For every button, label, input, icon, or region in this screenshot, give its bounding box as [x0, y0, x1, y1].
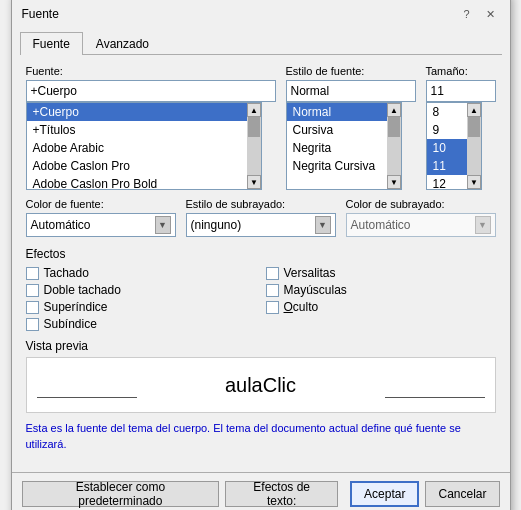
estilo-subrayado-arrow: ▼: [315, 216, 331, 234]
tamano-group: Tamaño: 8 9 10 11 12 ▲ ▼: [426, 65, 496, 190]
versalitas-checkbox[interactable]: [266, 267, 279, 280]
superindice-checkbox[interactable]: [26, 301, 39, 314]
info-text: Esta es la fuente del tema del cuerpo. E…: [26, 421, 496, 452]
color-fuente-select[interactable]: Automático ▼: [26, 213, 176, 237]
fuente-input[interactable]: [26, 80, 276, 102]
fuente-group: Fuente: +Cuerpo +Títulos Adobe Arabic Ad…: [26, 65, 276, 190]
color-fuente-group: Color de fuente: Automático ▼: [26, 198, 176, 237]
checkbox-mayusculas: Mayúsculas: [266, 283, 496, 297]
estilo-group: Estilo de fuente: Normal Cursiva Negrita…: [286, 65, 416, 190]
list-item[interactable]: Adobe Arabic: [27, 139, 261, 157]
tamano-input[interactable]: [426, 80, 496, 102]
superindice-label: Superíndice: [44, 300, 108, 314]
bottom-bar: Establecer como predeterminado Efectos d…: [12, 472, 510, 510]
estilo-subrayado-group: Estilo de subrayado: (ninguno) ▼: [186, 198, 336, 237]
color-subrayado-arrow: ▼: [475, 216, 491, 234]
color-fuente-label: Color de fuente:: [26, 198, 176, 210]
estilo-scrollbar: ▲ ▼: [387, 103, 401, 189]
mayusculas-checkbox[interactable]: [266, 284, 279, 297]
subindice-label: Subíndice: [44, 317, 97, 331]
tachado-checkbox[interactable]: [26, 267, 39, 280]
dropdowns-row: Color de fuente: Automático ▼ Estilo de …: [26, 198, 496, 237]
checkbox-subindice: Subíndice: [26, 317, 256, 331]
scroll-thumb: [388, 117, 400, 137]
preview-line-right: [385, 397, 485, 398]
close-button[interactable]: ✕: [480, 3, 502, 25]
dialog-content: Fuente: +Cuerpo +Títulos Adobe Arabic Ad…: [12, 55, 510, 472]
oculto-checkbox[interactable]: [266, 301, 279, 314]
scroll-up-button[interactable]: ▲: [247, 103, 261, 117]
estilo-input[interactable]: [286, 80, 416, 102]
scroll-track: [387, 117, 401, 175]
checkbox-versalitas: Versalitas: [266, 266, 496, 280]
color-subrayado-value: Automático: [351, 218, 411, 232]
tamano-scrollbar: ▲ ▼: [467, 103, 481, 189]
doble-tachado-checkbox[interactable]: [26, 284, 39, 297]
list-item[interactable]: Normal: [287, 103, 401, 121]
tab-bar: Fuente Avanzado: [20, 31, 502, 55]
versalitas-label: Versalitas: [284, 266, 336, 280]
checkbox-doble-tachado: Doble tachado: [26, 283, 256, 297]
help-button[interactable]: ?: [456, 3, 478, 25]
scroll-thumb: [248, 117, 260, 137]
color-subrayado-label: Color de subrayado:: [346, 198, 496, 210]
scroll-down-button[interactable]: ▼: [467, 175, 481, 189]
establecer-button[interactable]: Establecer como predeterminado: [22, 481, 220, 507]
preview-line-left: [37, 397, 137, 398]
scroll-thumb: [468, 117, 480, 137]
scroll-track: [467, 117, 481, 175]
estilo-listbox[interactable]: Normal Cursiva Negrita Negrita Cursiva ▲…: [286, 102, 402, 190]
fields-row: Fuente: +Cuerpo +Títulos Adobe Arabic Ad…: [26, 65, 496, 190]
aceptar-button[interactable]: Aceptar: [350, 481, 419, 507]
title-bar: Fuente ? ✕: [12, 0, 510, 27]
efectos-texto-button[interactable]: Efectos de texto:: [225, 481, 338, 507]
list-item[interactable]: +Cuerpo: [27, 103, 261, 121]
color-subrayado-select[interactable]: Automático ▼: [346, 213, 496, 237]
vista-previa-box: aulaClic: [26, 357, 496, 413]
list-item[interactable]: Adobe Caslon Pro: [27, 157, 261, 175]
fuente-listbox[interactable]: +Cuerpo +Títulos Adobe Arabic Adobe Casl…: [26, 102, 262, 190]
scroll-up-button[interactable]: ▲: [387, 103, 401, 117]
checkbox-oculto: Oculto: [266, 300, 496, 314]
scroll-down-button[interactable]: ▼: [247, 175, 261, 189]
font-dialog: Fuente ? ✕ Fuente Avanzado Fuente: +Cuer…: [11, 0, 511, 510]
estilo-subrayado-select[interactable]: (ninguno) ▼: [186, 213, 336, 237]
list-item[interactable]: +Títulos: [27, 121, 261, 139]
efectos-section: Efectos Tachado Versalitas Doble tachado…: [26, 247, 496, 331]
tab-avanzado[interactable]: Avanzado: [83, 32, 162, 55]
vista-previa-title: Vista previa: [26, 339, 496, 353]
color-fuente-value: Automático: [31, 218, 91, 232]
scroll-track: [247, 117, 261, 175]
color-fuente-arrow: ▼: [155, 216, 171, 234]
tachado-label: Tachado: [44, 266, 89, 280]
list-item[interactable]: Cursiva: [287, 121, 401, 139]
efectos-title: Efectos: [26, 247, 496, 261]
tab-fuente[interactable]: Fuente: [20, 32, 83, 55]
list-item[interactable]: Negrita: [287, 139, 401, 157]
cancelar-button[interactable]: Cancelar: [425, 481, 499, 507]
subindice-checkbox[interactable]: [26, 318, 39, 331]
scroll-up-button[interactable]: ▲: [467, 103, 481, 117]
list-item[interactable]: Adobe Caslon Pro Bold: [27, 175, 261, 190]
estilo-list-inner: Normal Cursiva Negrita Negrita Cursiva: [287, 103, 401, 175]
mayusculas-label: Mayúsculas: [284, 283, 347, 297]
scroll-down-button[interactable]: ▼: [387, 175, 401, 189]
color-subrayado-group: Color de subrayado: Automático ▼: [346, 198, 496, 237]
list-item[interactable]: Negrita Cursiva: [287, 157, 401, 175]
preview-text: aulaClic: [225, 374, 296, 397]
efectos-grid: Tachado Versalitas Doble tachado Mayúscu…: [26, 266, 496, 331]
estilo-subrayado-label: Estilo de subrayado:: [186, 198, 336, 210]
estilo-label: Estilo de fuente:: [286, 65, 416, 77]
checkbox-tachado: Tachado: [26, 266, 256, 280]
fuente-scrollbar: ▲ ▼: [247, 103, 261, 189]
tamano-label: Tamaño:: [426, 65, 496, 77]
checkbox-superindice: Superíndice: [26, 300, 256, 314]
estilo-subrayado-value: (ninguno): [191, 218, 242, 232]
fuente-list-inner: +Cuerpo +Títulos Adobe Arabic Adobe Casl…: [27, 103, 261, 190]
fuente-label: Fuente:: [26, 65, 276, 77]
title-controls: ? ✕: [456, 3, 502, 25]
doble-tachado-label: Doble tachado: [44, 283, 121, 297]
oculto-label: Oculto: [284, 300, 319, 314]
tamano-listbox[interactable]: 8 9 10 11 12 ▲ ▼: [426, 102, 482, 190]
dialog-title: Fuente: [22, 7, 59, 21]
